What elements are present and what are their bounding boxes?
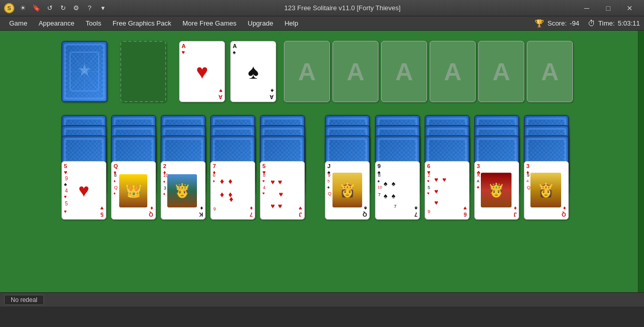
waste-pile[interactable] [120, 41, 166, 102]
tableau-col8-top[interactable]: 6♥ 2 ♥ 5 ♥ ♥ ♥ ♥ ♥ 9 6♥ [425, 161, 470, 220]
menu-upgrade[interactable]: Upgrade [242, 17, 278, 29]
scrollbar-right [638, 31, 644, 292]
tableau-col1-top[interactable]: 5♥ 9 ♣ 4 ♥ ♥ 5 ♥ 5♥ [61, 161, 106, 220]
score-display: 🏆 Score: -94 [535, 19, 579, 28]
menu-bar: Game Appearance Tools Free Graphics Pack… [0, 16, 644, 31]
close-button[interactable]: ✕ [619, 1, 640, 15]
minimize-button[interactable]: ─ [576, 1, 597, 15]
menu-help[interactable]: Help [279, 17, 303, 29]
foundation-5[interactable]: A [381, 41, 427, 102]
qa-redo[interactable]: ↻ [57, 3, 69, 14]
tableau-col10-top[interactable]: 3♦ 9 4 Q 👸 Q♦ [524, 161, 569, 220]
qa-sun[interactable]: ☀ [17, 3, 29, 14]
time-value: 5:03:11 [618, 19, 640, 27]
menu-more-free-games[interactable]: More Free Games [177, 17, 241, 29]
foundation-6[interactable]: A [430, 41, 476, 102]
foundation-8[interactable]: A [527, 41, 573, 102]
qa-settings[interactable]: ⚙ [71, 3, 82, 14]
menu-appearance[interactable]: Appearance [33, 17, 79, 29]
time-label: Time: [598, 19, 615, 27]
foundation-2[interactable]: A♠ ♠ A♠ [230, 41, 276, 102]
title-bar: S ☀ 🔖 ↺ ↻ ⚙ ? ▾ 123 Free Solitaire v11.0… [0, 0, 644, 16]
tableau-col9-top[interactable]: 3♣ K A ♣ 🤴 J♦ [474, 161, 519, 220]
quick-access: ☀ 🔖 ↺ ↻ ⚙ ? ▾ [17, 3, 108, 14]
scrollbar-bottom-corner [634, 293, 640, 307]
maximize-button[interactable]: □ [598, 1, 618, 15]
menu-tools[interactable]: Tools [81, 17, 106, 29]
foundation-7[interactable]: A [478, 41, 524, 102]
tableau-col7-top[interactable]: 9♠ 8 ♠ 10 7 ♠ ♠ ♠ ♠ 7 7♠ [375, 161, 420, 220]
game-area: ★ A♥ ♥ A♥ A♠ ♠ A♠ A A A A A [0, 31, 644, 292]
qa-undo[interactable]: ↺ [44, 3, 55, 14]
title-text: 123 Free Solitaire v11.0 [Forty Thieves] [108, 4, 576, 12]
title-bar-left: S ☀ 🔖 ↺ ↻ ⚙ ? ▾ [4, 3, 108, 14]
qa-bookmark[interactable]: 🔖 [31, 3, 42, 14]
tableau-col6-top[interactable]: J♠ 9 5 ♠ Q 👸 Q♠ [325, 161, 370, 220]
status-text: No redeal [4, 295, 44, 305]
tableau-col2-top[interactable]: Q♦ 8 ♦ Q ♦ 👑 Q♦ [111, 161, 156, 220]
svg-text:S: S [7, 5, 11, 11]
qa-more[interactable]: ▾ [97, 3, 108, 14]
tableau-col3-top[interactable]: 2♦ 10 ♦ 3 ♦ 🤴 K♦ [161, 161, 206, 220]
app-icon: S [4, 3, 14, 13]
menu-free-graphics-pack[interactable]: Free Graphics Pack [107, 17, 176, 29]
time-display: ⏱ Time: 5:03:11 [588, 19, 640, 28]
foundation-4[interactable]: A [332, 41, 379, 102]
tableau-col5-top[interactable]: 5♥ 8 ♥ 4 ♥ ♥ ♥ ♥ ♥ ♥ J♥ [260, 161, 305, 220]
stock-pile[interactable]: ★ [61, 41, 107, 102]
qa-help[interactable]: ? [84, 3, 95, 14]
score-label: Score: [547, 19, 567, 27]
score-value: -94 [570, 19, 580, 27]
foundation-3[interactable]: A [284, 41, 330, 102]
menu-game[interactable]: Game [4, 17, 32, 29]
window-controls: ─ □ ✕ [576, 1, 640, 15]
foundation-1[interactable]: A♥ ♥ A♥ [179, 41, 225, 102]
status-bar: No redeal [0, 292, 644, 307]
tableau-col4-top[interactable]: 7♦ 6 ♦ ♦ ♦ ♦ ♦ ♦ 9 7♦ [210, 161, 255, 220]
